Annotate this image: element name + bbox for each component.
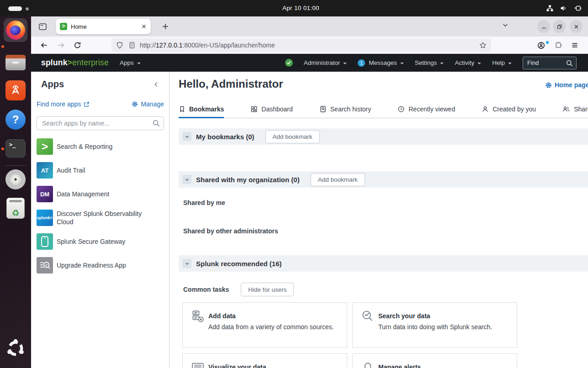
bookmark-icon xyxy=(179,105,185,113)
section-my-bookmarks: My bookmarks (0) Add bookmark xyxy=(179,128,588,145)
find-search-box[interactable] xyxy=(523,57,577,69)
firefox-view-button[interactable] xyxy=(37,21,48,32)
find-more-apps-link[interactable]: Find more apps xyxy=(37,100,90,108)
battery-charging-icon xyxy=(573,5,582,12)
add-bookmark-button[interactable]: Add bookmark xyxy=(311,173,365,186)
tab-bookmarks[interactable]: Bookmarks xyxy=(179,105,224,118)
extensions-puzzle-icon[interactable] xyxy=(555,42,562,49)
settings-menu[interactable]: Settings xyxy=(415,59,444,66)
search-reporting-app-icon: > xyxy=(37,138,53,155)
person-icon xyxy=(482,105,489,113)
tab-close-icon[interactable] xyxy=(141,24,147,29)
list-all-tabs-icon[interactable] xyxy=(502,21,509,29)
people-icon xyxy=(562,105,570,113)
apps-search-box xyxy=(37,116,164,130)
add-bookmark-button[interactable]: Add bookmark xyxy=(265,130,320,143)
tab-search-history[interactable]: Search history xyxy=(319,105,371,118)
external-link-icon xyxy=(84,101,90,107)
page-info-icon[interactable] xyxy=(128,42,136,49)
shield-icon[interactable] xyxy=(116,42,123,49)
window-close-button[interactable] xyxy=(570,20,583,33)
search-icon xyxy=(153,120,160,127)
activity-menu[interactable]: Activity xyxy=(455,59,481,66)
window-minimize-button[interactable] xyxy=(537,20,550,33)
window-restore-button[interactable] xyxy=(553,20,566,33)
ubuntu-logo-icon[interactable] xyxy=(5,337,26,359)
caret-down-icon xyxy=(508,63,512,64)
app-item-data-management[interactable]: DM Data Management xyxy=(37,186,165,202)
caret-down-icon xyxy=(343,63,347,64)
browser-nav-bar: http://127.0.0.1:8000/en-US/app/launcher… xyxy=(31,37,588,54)
card-search-your-data[interactable]: Search your data Turn data into doing wi… xyxy=(352,302,517,348)
app-item-secure-gateway[interactable]: Splunk Secure Gateway xyxy=(37,233,165,250)
gear-icon xyxy=(545,82,552,89)
terminal-running-dot xyxy=(1,147,4,150)
common-tasks-cards: Add data Add data from a variety of comm… xyxy=(182,302,517,368)
audit-trail-app-icon: AT xyxy=(37,162,53,179)
find-input[interactable] xyxy=(527,57,565,69)
dock-cd-disc-icon[interactable] xyxy=(5,168,26,190)
administrator-menu[interactable]: Administrator xyxy=(304,59,347,66)
card-add-data[interactable]: Add data Add data from a variety of comm… xyxy=(182,302,347,348)
back-button[interactable] xyxy=(40,42,48,49)
tab-dashboard[interactable]: Dashboard xyxy=(250,105,293,118)
dock-terminal-icon[interactable]: >_ xyxy=(5,137,26,159)
manage-apps-link[interactable]: Manage xyxy=(132,100,164,108)
splunk-logo[interactable]: splunk>enterprise xyxy=(41,54,109,72)
menu-hamburger-icon[interactable] xyxy=(571,42,578,49)
app-item-audit-trail[interactable]: AT Audit Trail xyxy=(37,162,165,179)
apps-panel-title: Apps xyxy=(41,79,64,89)
new-tab-button[interactable] xyxy=(160,21,171,32)
collapse-chevron-icon[interactable] xyxy=(182,132,191,141)
messages-count-badge: 1 xyxy=(358,59,365,67)
app-item-upgrade-readiness[interactable]: Upgrade Readiness App xyxy=(37,257,165,273)
launcher-tabs: Bookmarks Dashboard Search history Recen… xyxy=(179,105,588,118)
apps-search-input[interactable] xyxy=(37,116,164,130)
url-text[interactable]: http://127.0.0.1:8000/en-US/app/launcher… xyxy=(140,38,275,52)
network-icon xyxy=(546,5,554,12)
alerts-bell-icon xyxy=(361,361,375,368)
health-check-icon[interactable] xyxy=(285,59,293,67)
dock-divider xyxy=(5,165,26,166)
hide-for-users-button[interactable]: Hide for users xyxy=(241,283,294,296)
firefox-running-dot xyxy=(1,45,4,48)
gear-icon xyxy=(132,101,138,107)
tab-shared-with-you[interactable]: Shared with you xyxy=(562,105,588,118)
activities-indicator[interactable] xyxy=(8,6,22,11)
bookmark-star-icon[interactable] xyxy=(479,42,487,49)
tab-recently-viewed[interactable]: Recently viewed xyxy=(397,105,455,118)
add-data-icon xyxy=(191,310,205,323)
system-clock[interactable]: Apr 10 01:00 xyxy=(282,0,319,16)
card-manage-alerts[interactable]: Manage alerts xyxy=(352,353,517,368)
volume-icon xyxy=(560,5,567,12)
tab-created-by-you[interactable]: Created by you xyxy=(482,105,536,118)
splunk-favicon: > xyxy=(60,23,67,30)
app-item-search-reporting[interactable]: > Search & Reporting xyxy=(37,138,165,155)
collapse-panel-icon[interactable] xyxy=(154,81,159,88)
dock-help-icon[interactable]: ? xyxy=(5,109,26,131)
caret-down-icon xyxy=(400,63,404,64)
reload-button[interactable] xyxy=(74,42,81,49)
card-visualize-your-data[interactable]: Visualize your data xyxy=(182,353,347,368)
system-top-bar: Apr 10 01:00 xyxy=(0,0,588,16)
browser-tab-home[interactable]: > Home xyxy=(56,19,151,34)
common-tasks-label: Common tasks xyxy=(183,286,229,293)
home-page-link[interactable]: Home page xyxy=(545,81,588,89)
collapse-chevron-icon[interactable] xyxy=(182,175,191,184)
dock-files-icon[interactable] xyxy=(5,52,26,74)
dock-trash-icon[interactable]: ♻ xyxy=(5,197,26,219)
url-bar[interactable]: http://127.0.0.1:8000/en-US/app/launcher… xyxy=(111,38,491,52)
app-item-observability-cloud[interactable]: splunk> Discover Splunk Observability Cl… xyxy=(37,210,165,226)
search-icon xyxy=(566,60,573,67)
help-menu[interactable]: Help xyxy=(492,59,512,66)
system-tray[interactable] xyxy=(546,0,582,16)
apps-menu[interactable]: Apps xyxy=(120,54,141,72)
forward-button[interactable] xyxy=(57,42,65,49)
tab-title: Home xyxy=(71,23,141,30)
upgrade-readiness-app-icon xyxy=(37,257,53,273)
account-icon[interactable] xyxy=(537,42,545,49)
dock-firefox-icon[interactable] xyxy=(5,19,26,41)
dock-software-icon[interactable] xyxy=(5,79,26,101)
messages-menu[interactable]: 1Messages xyxy=(358,59,404,67)
collapse-chevron-icon[interactable] xyxy=(182,259,191,268)
